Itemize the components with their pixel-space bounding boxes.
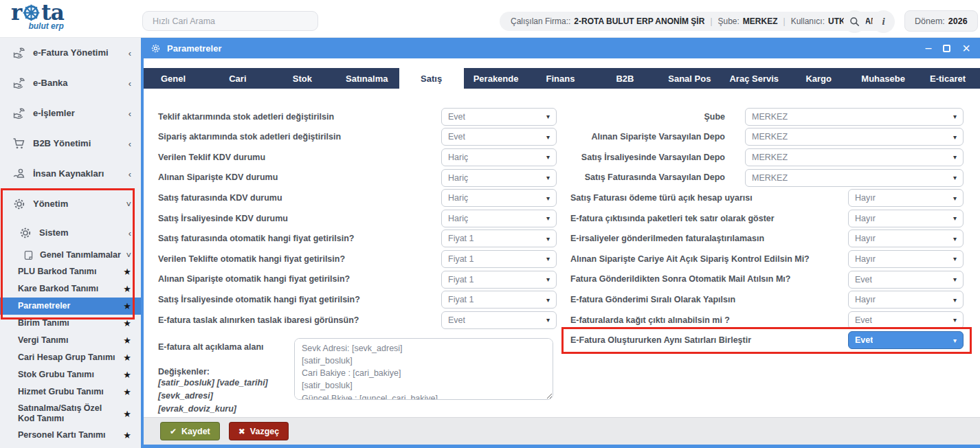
dropdown[interactable]: MERKEZ ▾ (745, 128, 964, 146)
dropdown-caret-icon: ▾ (546, 174, 550, 181)
sidebar-item[interactable]: Hizmet Grubu Tanımı ★ (0, 383, 141, 401)
save-button[interactable]: ✔ Kaydet (160, 422, 220, 440)
favorite-star-icon[interactable]: ★ (123, 409, 131, 419)
favorite-star-icon[interactable]: ★ (123, 387, 131, 397)
dropdown[interactable]: MERKEZ ▾ (745, 108, 964, 126)
favorite-star-icon[interactable]: ★ (123, 267, 131, 277)
dropdown[interactable]: Hayır ▾ (848, 229, 964, 247)
minimize-button[interactable]: – (925, 43, 931, 54)
dropdown[interactable]: Evet ▾ (848, 331, 964, 349)
global-search-button[interactable] (843, 10, 866, 33)
form-row: Satış Faturasında Varsayılan Depo MERKEZ… (570, 168, 964, 188)
tab[interactable]: E-ticaret (915, 68, 980, 89)
tab[interactable]: Finans (528, 68, 593, 89)
sidebar-item[interactable]: B2B Yönetimi ‹ ★ (0, 128, 141, 159)
sidebar-item-label: Kare Barkod Tanımı (18, 284, 98, 294)
field-label: E-fatura alt açıklama alanı (158, 342, 287, 352)
form-row: E-irsaliyeler gönderilmeden faturalaştır… (570, 229, 964, 249)
dropdown[interactable]: Hayır ▾ (848, 291, 964, 309)
field-label: Şube (570, 112, 725, 122)
maximize-button[interactable] (943, 45, 950, 52)
sidebar-item[interactable]: PLU Barkod Tanımı ★ (0, 263, 141, 280)
favorite-star-icon[interactable]: ★ (123, 352, 131, 363)
tab-label: Satış (421, 74, 442, 84)
info-button[interactable]: i (872, 10, 895, 33)
tab-label: Genel (161, 74, 186, 84)
tab[interactable]: Kargo (786, 68, 851, 89)
sidebar-item[interactable]: Genel Tanımlamalar ˅ ★ (0, 247, 141, 263)
tab[interactable]: Sanal Pos (657, 68, 722, 89)
dropdown[interactable]: MERKEZ ▾ (745, 169, 964, 187)
dropdown[interactable]: Fiyat 1 ▾ (441, 229, 557, 247)
search-icon (849, 16, 860, 27)
chevron-icon: ‹ (129, 109, 131, 119)
sidebar-item[interactable]: e-Fatura Yönetimi ‹ ★ (0, 38, 141, 68)
dropdown[interactable]: MERKEZ ▾ (745, 148, 964, 166)
quick-search-input[interactable] (142, 11, 318, 31)
dropdown[interactable]: Hariç ▾ (441, 148, 557, 166)
sidebar-item[interactable]: Birim Tanımı ★ (0, 315, 141, 332)
dropdown[interactable]: Hayır ▾ (848, 189, 964, 207)
tab[interactable]: Muhasebe (851, 68, 915, 89)
favorite-star-icon[interactable]: ★ (123, 370, 131, 380)
sidebar-item[interactable]: Parametreler ★ (0, 298, 141, 315)
favorite-star-icon[interactable]: ★ (123, 430, 131, 440)
sidebar-item[interactable]: Personel Kartı Tanımı ★ (0, 427, 141, 444)
sidebar-item-label: Genel Tanımlamalar (40, 250, 121, 260)
tab[interactable]: Perakende (464, 68, 528, 89)
sidebar-item[interactable]: Cari Hesap Grup Tanımı ★ (0, 349, 141, 366)
sidebar-item[interactable]: Sistem ‹ ★ (0, 219, 141, 247)
tab[interactable]: B2B (592, 68, 657, 89)
sidebar-item[interactable]: Kare Barkod Tanımı ★ (0, 280, 141, 298)
app-logo[interactable]: r ta bulut erp (11, 2, 64, 30)
separator: | (710, 16, 712, 26)
sidebar-item[interactable]: Satınalma/Satış Özel Kod Tanımı ★ (0, 401, 141, 427)
tab[interactable]: Satınalma (335, 68, 399, 89)
variable-line: [sevk_adresi] [evrak_doviz_kuru] (158, 390, 287, 416)
favorite-star-icon[interactable]: ★ (123, 301, 131, 311)
period-label: Dönem: (915, 16, 945, 26)
dropdown[interactable]: Evet ▾ (441, 128, 557, 146)
sidebar-item[interactable]: Vergi Tanımı ★ (0, 332, 141, 349)
dropdown[interactable]: Evet ▾ (441, 311, 557, 329)
tab-label: Satınalma (346, 74, 388, 84)
tab[interactable]: Cari (205, 68, 270, 89)
dropdown[interactable]: Hayır ▾ (848, 250, 964, 268)
dropdown[interactable]: Evet ▾ (848, 271, 964, 289)
dropdown-caret-icon: ▾ (953, 194, 957, 202)
tab[interactable]: Stok (270, 68, 335, 89)
period-selector[interactable]: Dönem: 2026 (904, 10, 978, 32)
dropdown[interactable]: Evet ▾ (848, 311, 964, 329)
dropdown-value: Evet (855, 275, 872, 284)
favorite-star-icon[interactable]: ★ (123, 335, 131, 346)
sidebar-item[interactable]: Yönetim ˅ ★ (0, 189, 141, 219)
tab[interactable]: Genel (141, 68, 205, 89)
field-label: E-fatura taslak alınırken taslak ibaresi… (158, 315, 441, 325)
dropdown[interactable]: Fiyat 1 ▾ (441, 271, 557, 289)
logo-text-right: ta (41, 2, 63, 23)
dropdown[interactable]: Fiyat 1 ▾ (441, 250, 557, 268)
dropdown[interactable]: Hariç ▾ (441, 189, 557, 207)
dropdown[interactable]: Fiyat 1 ▾ (441, 291, 557, 309)
favorite-star-icon[interactable]: ★ (123, 318, 131, 328)
app-root: r ta bulut erp Çalışılan Firma:: 2-ROTA … (0, 0, 980, 448)
efatura-footer-textarea[interactable]: Sevk Adresi: [sevk_adresi] [satir_bosluk… (294, 338, 553, 400)
sidebar-item[interactable]: e-Banka ‹ ★ (0, 68, 141, 98)
dropdown[interactable]: Hariç ▾ (441, 210, 557, 227)
cancel-button[interactable]: ✖ Vazgeç (229, 422, 289, 440)
field-label: Teklif aktarımında stok adetleri değişti… (158, 112, 441, 122)
sidebar-item[interactable]: İnsan Kaynakları ‹ ★ (0, 159, 141, 189)
dropdown[interactable]: Hariç ▾ (441, 169, 557, 187)
dropdown[interactable]: Hayır ▾ (848, 210, 964, 227)
dropdown-caret-icon: ▾ (953, 174, 957, 181)
dropdown[interactable]: Evet ▾ (441, 108, 557, 126)
sidebar-item[interactable]: Stok Grubu Tanımı ★ (0, 366, 141, 383)
form-row: Alınan Siparişte Cariye Ait Açık Sipariş… (570, 249, 964, 269)
sidebar-item[interactable]: e-İşlemler ‹ ★ (0, 98, 141, 128)
tab[interactable]: Satış (399, 68, 464, 89)
dropdown-caret-icon: ▾ (953, 153, 957, 161)
favorite-star-icon[interactable]: ★ (123, 284, 131, 294)
maximize-icon (943, 45, 950, 52)
tab[interactable]: Araç Servis (722, 68, 786, 89)
close-button[interactable]: × (962, 41, 970, 55)
